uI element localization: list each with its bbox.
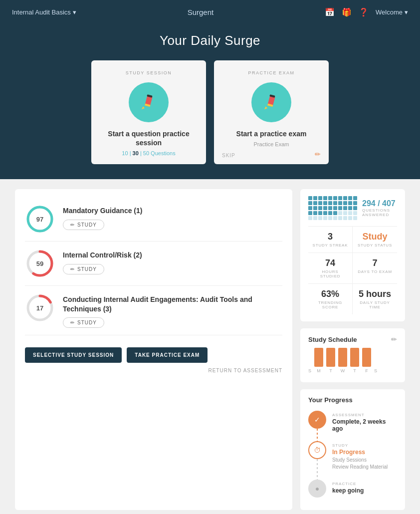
stat-label-5: DAILY STUDY TIME <box>357 300 393 309</box>
timeline-right-2: PRACTICEkeep going <box>332 480 364 503</box>
qa-label: QUESTIONS ANSWERED <box>362 208 397 217</box>
welcome-dropdown[interactable]: Welcome ▾ <box>376 8 408 16</box>
qa-dot <box>343 201 347 205</box>
qa-dot <box>308 216 312 220</box>
stat-cell-5: 5 hoursDAILY STUDY TIME <box>353 284 397 314</box>
qa-grid <box>308 196 357 220</box>
timeline-step-sub-1: Study SessionsReview Reading Material <box>332 457 388 471</box>
schedule-bar-M <box>314 348 323 367</box>
progress-card: Your Progress ✓ASSESSMENTComplete, 2 wee… <box>300 389 405 510</box>
qa-dot <box>348 211 352 215</box>
schedule-bar-wrap-T: T <box>326 348 335 373</box>
right-panel: 294 / 407 QUESTIONS ANSWERED 3STUDY STRE… <box>300 189 405 510</box>
qa-dot <box>323 216 327 220</box>
skip-link[interactable]: SKIP <box>222 153 235 158</box>
qa-dot <box>318 216 322 220</box>
circle-progress-1: 97 <box>25 204 55 234</box>
topic-info-3: Conducting Internal Audit Engagements: A… <box>63 293 282 327</box>
stat-value-5: 5 hours <box>357 289 393 299</box>
course-dropdown[interactable]: Internal Audit Basics ▾ <box>12 8 76 16</box>
course-name: Internal Audit Basics <box>12 8 71 16</box>
qa-dot <box>353 216 357 220</box>
take-practice-btn[interactable]: TAKE PRACTICE EXAM <box>127 347 208 363</box>
timeline-step-title-1: In Progress <box>332 449 388 456</box>
timeline-right-0: ASSESSMENTComplete, 2 weeks ago <box>332 411 397 441</box>
timeline-line-1 <box>317 459 318 480</box>
schedule-day-M: M <box>317 368 321 373</box>
qa-dot <box>333 211 337 215</box>
selective-study-btn[interactable]: SELECTIVE STUDY SESSION <box>25 347 122 363</box>
schedule-bar-wrap-S: S <box>374 367 377 373</box>
practice-exam-label: PRACTICE EXAM <box>226 70 317 75</box>
qa-dot <box>328 206 332 210</box>
schedule-title: Study Schedule <box>308 336 357 343</box>
header: Internal Audit Basics ▾ Surgent 📅 🎁 ❓ We… <box>0 0 420 24</box>
progress-title: Your Progress <box>308 396 397 404</box>
topic-item-1: 97 Mandatory Guidance (1) ✏ STUDY <box>25 197 282 242</box>
help-icon[interactable]: ❓ <box>359 7 369 17</box>
page-title: Your Daily Surge <box>0 33 420 48</box>
practice-exam-title: Start a practice exam <box>226 129 317 138</box>
circle-progress-2: 59 <box>25 249 55 278</box>
study-session-card[interactable]: STUDY SESSION Start a question practice … <box>91 60 206 164</box>
gift-icon[interactable]: 🎁 <box>342 7 352 17</box>
schedule-bar-wrap-S: S <box>308 367 311 373</box>
question-options[interactable]: 10 | 30 | 50 Questions <box>103 150 194 156</box>
timeline-step-title-2: keep going <box>332 487 364 494</box>
study-btn-1[interactable]: ✏ STUDY <box>63 220 104 230</box>
qa-dot <box>323 196 327 200</box>
qa-dot <box>328 196 332 200</box>
qa-text: 294 / 407 QUESTIONS ANSWERED <box>362 199 397 217</box>
schedule-bar-W <box>338 348 347 367</box>
schedule-day-F: F <box>365 368 368 373</box>
stat-value-4: 63% <box>312 289 348 299</box>
svg-marker-5 <box>264 106 268 110</box>
daily-cards-section: STUDY SESSION Start a question practice … <box>0 60 420 179</box>
pencil-icon-3: ✏ <box>70 320 75 325</box>
return-link[interactable]: RETURN TO ASSESSMENT <box>25 368 282 373</box>
topic-title-1: Mandatory Guidance (1) <box>63 206 282 215</box>
qa-dot <box>328 216 332 220</box>
qa-dot <box>318 201 322 205</box>
stat-label-2: HOURS STUDIED <box>312 269 348 278</box>
qa-dot <box>338 206 342 210</box>
qa-dot <box>343 196 347 200</box>
study-btn-3[interactable]: ✏ STUDY <box>63 317 104 328</box>
practice-exam-card[interactable]: PRACTICE EXAM Start a practice exam Prac… <box>214 60 329 164</box>
pencil-icon-1: ✏ <box>70 222 75 228</box>
pencil-icon-2: ✏ <box>70 266 75 272</box>
study-session-label: STUDY SESSION <box>103 70 194 75</box>
topic-item-3: 17 Conducting Internal Audit Engagements… <box>25 286 282 335</box>
qa-dot <box>308 196 312 200</box>
stat-label-1: STUDY STATUS <box>357 243 393 248</box>
schedule-day-S: S <box>308 368 311 373</box>
qa-dot <box>328 211 332 215</box>
timeline-left-2: ● <box>308 480 326 503</box>
stat-cell-4: 63%TRENDING SCORE <box>308 284 353 314</box>
qa-dot <box>338 216 342 220</box>
qa-dot <box>333 196 337 200</box>
stat-cell-0: 3STUDY STREAK <box>308 227 353 253</box>
qa-dot <box>323 201 327 205</box>
qa-dot <box>348 196 352 200</box>
edit-icon[interactable]: ✏ <box>315 150 321 158</box>
study-btn-2[interactable]: ✏ STUDY <box>63 264 104 274</box>
edit-schedule-icon[interactable]: ✏ <box>391 335 397 343</box>
timeline-item-2: ●PRACTICEkeep going <box>308 480 397 503</box>
header-right: 📅 🎁 ❓ Welcome ▾ <box>325 7 408 17</box>
qa-dot <box>313 201 317 205</box>
qa-dot <box>353 196 357 200</box>
schedule-bar-T <box>326 348 335 367</box>
brand-name: Surgent <box>188 8 214 16</box>
qa-dot <box>328 201 332 205</box>
qa-dot <box>313 206 317 210</box>
calendar-icon[interactable]: 📅 <box>325 7 335 17</box>
timeline-line-0 <box>317 429 318 441</box>
qa-dot <box>318 196 322 200</box>
practice-pencil-icon <box>261 92 281 112</box>
schedule-bar-T <box>350 348 359 367</box>
timeline-right-1: STUDYIn ProgressStudy SessionsReview Rea… <box>332 441 388 480</box>
timeline-step-label-1: STUDY <box>332 443 388 448</box>
qa-dot <box>308 201 312 205</box>
qa-dot <box>353 206 357 210</box>
